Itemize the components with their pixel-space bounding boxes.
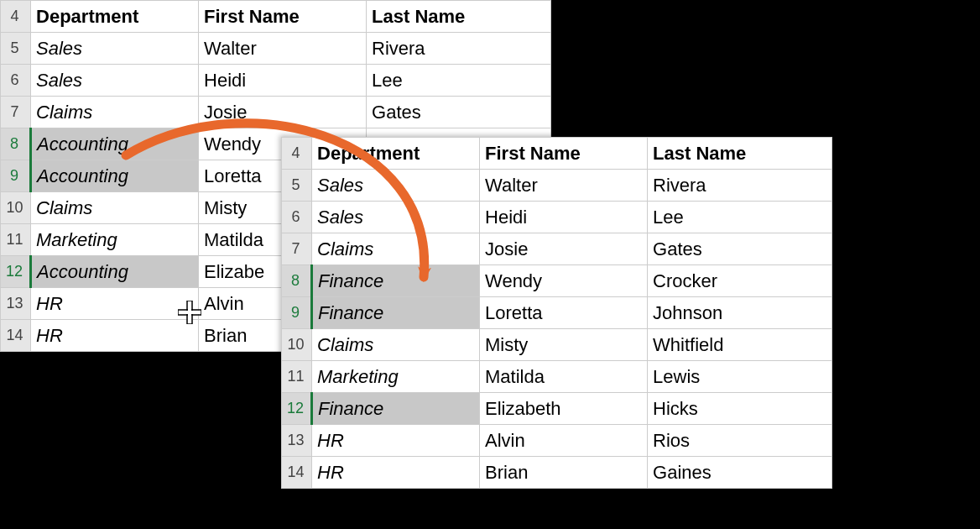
cell-department[interactable]: Claims (31, 192, 199, 224)
cell-first-name[interactable]: Loretta (480, 297, 648, 329)
cell-department[interactable]: Sales (312, 170, 480, 202)
cell-first-name[interactable]: Misty (480, 329, 648, 361)
cell-department[interactable]: Marketing (31, 224, 199, 256)
row-header[interactable]: 4 (282, 138, 312, 170)
before-row[interactable]: 6SalesHeidiLee (1, 65, 551, 97)
column-header-last-name[interactable]: Last Name (367, 1, 551, 33)
row-header[interactable]: 10 (282, 329, 312, 361)
cell-first-name[interactable]: Heidi (199, 65, 367, 97)
after-row[interactable]: 10ClaimsMistyWhitfield (282, 329, 832, 361)
cell-first-name[interactable]: Wendy (480, 265, 648, 297)
cell-first-name[interactable]: Elizabeth (480, 393, 648, 425)
cell-last-name[interactable]: Lee (648, 202, 832, 233)
row-header[interactable]: 12 (282, 393, 312, 425)
cell-last-name[interactable]: Rios (648, 425, 832, 457)
row-header[interactable]: 12 (1, 256, 31, 288)
cell-department[interactable]: Finance (312, 265, 480, 297)
cell-department[interactable]: Accounting (31, 160, 199, 192)
cell-last-name[interactable]: Lewis (648, 361, 832, 393)
cell-last-name[interactable]: Gaines (648, 457, 832, 489)
spreadsheet-after[interactable]: 4DepartmentFirst NameLast Name5SalesWalt… (281, 137, 832, 489)
row-header[interactable]: 8 (282, 265, 312, 297)
after-row[interactable]: 5SalesWalterRivera (282, 170, 832, 202)
cell-first-name[interactable]: Josie (480, 233, 648, 265)
row-header[interactable]: 14 (1, 320, 31, 352)
cell-last-name[interactable]: Hicks (648, 393, 832, 425)
cell-last-name[interactable]: Johnson (648, 297, 832, 329)
cell-first-name[interactable]: Josie (199, 97, 367, 128)
after-row[interactable]: 11MarketingMatildaLewis (282, 361, 832, 393)
cell-first-name[interactable]: Walter (480, 170, 648, 202)
after-row[interactable]: 8FinanceWendyCrocker (282, 265, 832, 297)
row-header[interactable]: 6 (282, 202, 312, 233)
row-header[interactable]: 10 (1, 192, 31, 224)
cell-department[interactable]: Sales (31, 33, 199, 65)
cell-last-name[interactable]: Rivera (648, 170, 832, 202)
cell-department[interactable]: Sales (31, 65, 199, 97)
before-row[interactable]: 5SalesWalterRivera (1, 33, 551, 65)
after-row[interactable]: 7ClaimsJosieGates (282, 233, 832, 265)
row-header[interactable]: 8 (1, 128, 31, 160)
row-header[interactable]: 6 (1, 65, 31, 97)
spreadsheet-after-body: 4DepartmentFirst NameLast Name5SalesWalt… (282, 138, 832, 489)
cell-first-name[interactable]: Matilda (480, 361, 648, 393)
after-row[interactable]: 4DepartmentFirst NameLast Name (282, 138, 832, 170)
row-header[interactable]: 13 (1, 288, 31, 320)
cell-first-name[interactable]: Heidi (480, 202, 648, 233)
after-row[interactable]: 14HRBrianGaines (282, 457, 832, 489)
cell-department[interactable]: Claims (312, 233, 480, 265)
cell-first-name[interactable]: Alvin (480, 425, 648, 457)
cell-department[interactable]: Finance (312, 297, 480, 329)
row-header[interactable]: 9 (282, 297, 312, 329)
after-row[interactable]: 9FinanceLorettaJohnson (282, 297, 832, 329)
cell-department[interactable]: Accounting (31, 128, 199, 160)
row-header[interactable]: 11 (1, 224, 31, 256)
cell-last-name[interactable]: Crocker (648, 265, 832, 297)
row-header[interactable]: 5 (1, 33, 31, 65)
cell-last-name[interactable]: Gates (648, 233, 832, 265)
cell-department[interactable]: Marketing (312, 361, 480, 393)
cell-last-name[interactable]: Whitfield (648, 329, 832, 361)
cell-department[interactable]: Accounting (31, 256, 199, 288)
after-row[interactable]: 13HRAlvinRios (282, 425, 832, 457)
cell-department[interactable]: Claims (312, 329, 480, 361)
cell-department[interactable]: HR (312, 425, 480, 457)
column-header-first-name[interactable]: First Name (199, 1, 367, 33)
row-header[interactable]: 4 (1, 1, 31, 33)
after-row[interactable]: 6SalesHeidiLee (282, 202, 832, 233)
cell-department[interactable]: Finance (312, 393, 480, 425)
before-row[interactable]: 4DepartmentFirst NameLast Name (1, 1, 551, 33)
cell-first-name[interactable]: Walter (199, 33, 367, 65)
cell-department[interactable]: Sales (312, 202, 480, 233)
row-header[interactable]: 7 (282, 233, 312, 265)
row-header[interactable]: 14 (282, 457, 312, 489)
cell-last-name[interactable]: Gates (367, 97, 551, 128)
row-header[interactable]: 5 (282, 170, 312, 202)
row-header[interactable]: 13 (282, 425, 312, 457)
row-header[interactable]: 7 (1, 97, 31, 128)
cell-department[interactable]: HR (31, 288, 199, 320)
row-header[interactable]: 11 (282, 361, 312, 393)
before-row[interactable]: 7ClaimsJosieGates (1, 97, 551, 128)
cell-last-name[interactable]: Rivera (367, 33, 551, 65)
after-row[interactable]: 12FinanceElizabethHicks (282, 393, 832, 425)
column-header-last-name[interactable]: Last Name (648, 138, 832, 170)
cell-last-name[interactable]: Lee (367, 65, 551, 97)
column-header-department[interactable]: Department (312, 138, 480, 170)
cell-department[interactable]: Claims (31, 97, 199, 128)
column-header-department[interactable]: Department (31, 1, 199, 33)
cell-first-name[interactable]: Brian (480, 457, 648, 489)
cell-department[interactable]: HR (31, 320, 199, 352)
column-header-first-name[interactable]: First Name (480, 138, 648, 170)
cell-department[interactable]: HR (312, 457, 480, 489)
row-header[interactable]: 9 (1, 160, 31, 192)
